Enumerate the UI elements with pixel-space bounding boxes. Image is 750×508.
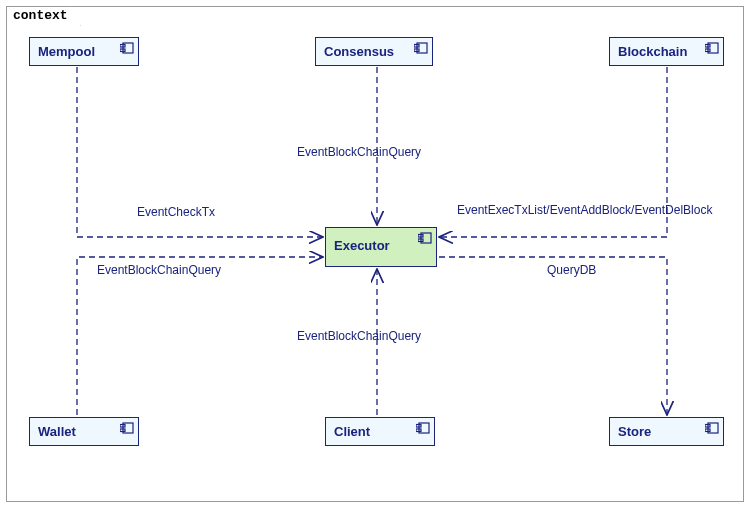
component-label: Mempool xyxy=(38,44,95,59)
component-icon xyxy=(705,422,719,434)
component-blockchain: Blockchain xyxy=(609,37,724,66)
component-icon xyxy=(120,422,134,434)
edge-label-client-executor: EventBlockChainQuery xyxy=(297,329,421,343)
component-executor: Executor xyxy=(325,227,437,267)
frame-title-tab: context xyxy=(6,6,81,26)
diagram-frame: context Mempool Consensus Blockchain Exe… xyxy=(6,6,744,502)
component-icon xyxy=(414,42,428,54)
component-label: Wallet xyxy=(38,424,76,439)
edge-label-wallet-executor: EventBlockChainQuery xyxy=(97,263,221,277)
edge-label-blockchain-executor: EventExecTxList/EventAddBlock/EventDelBl… xyxy=(457,203,712,217)
frame-title: context xyxy=(13,8,68,23)
edge-label-mempool-executor: EventCheckTx xyxy=(137,205,215,219)
component-wallet: Wallet xyxy=(29,417,139,446)
component-label: Blockchain xyxy=(618,44,687,59)
component-mempool: Mempool xyxy=(29,37,139,66)
component-icon xyxy=(416,422,430,434)
component-icon xyxy=(418,232,432,244)
component-icon xyxy=(705,42,719,54)
component-label: Client xyxy=(334,424,370,439)
component-label: Consensus xyxy=(324,44,394,59)
component-label: Executor xyxy=(334,238,390,253)
component-store: Store xyxy=(609,417,724,446)
component-label: Store xyxy=(618,424,651,439)
edge-label-consensus-executor: EventBlockChainQuery xyxy=(297,145,421,159)
component-icon xyxy=(120,42,134,54)
component-client: Client xyxy=(325,417,435,446)
component-consensus: Consensus xyxy=(315,37,433,66)
edge-label-executor-store: QueryDB xyxy=(547,263,596,277)
